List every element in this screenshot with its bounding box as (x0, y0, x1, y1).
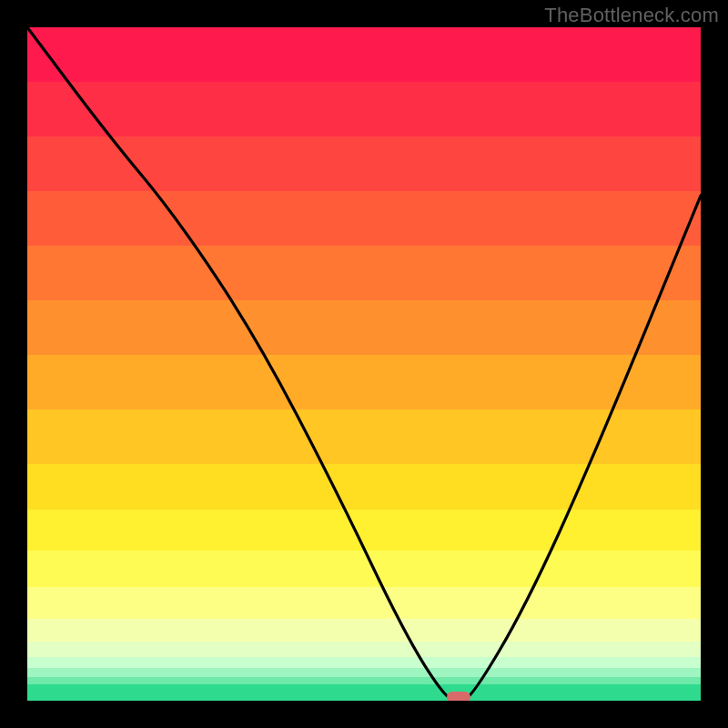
plot-area (27, 27, 701, 701)
bottleneck-curve (27, 27, 701, 701)
chart-frame: TheBottleneck.com (0, 0, 728, 728)
optimal-point-marker (447, 692, 470, 701)
watermark-text: TheBottleneck.com (544, 4, 719, 27)
